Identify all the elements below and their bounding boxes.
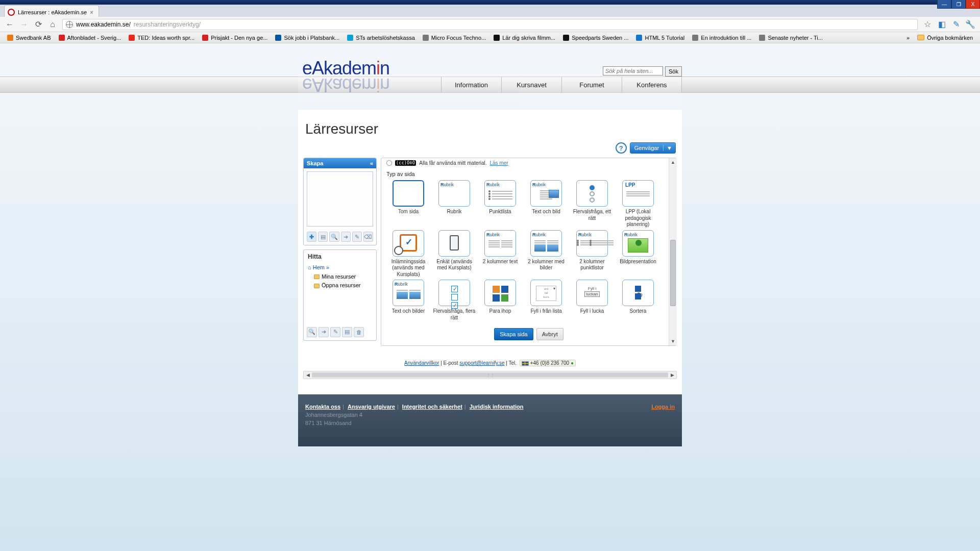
bookmark-favicon [759, 35, 765, 41]
page-type-tile[interactable]: Fyll iluckanFyll i lucka [570, 280, 614, 321]
tile-label: Text och bilder [386, 308, 430, 315]
page-type-tile[interactable]: Enkät (används med Kursplats) [432, 230, 476, 278]
page-type-tile[interactable]: RubrikText och bild [524, 180, 568, 228]
page-type-tile[interactable]: Flervalsfråga, ett rätt [570, 180, 614, 228]
extension-icon-2[interactable]: ✎ [951, 20, 961, 29]
workspace-scrollbar[interactable]: ▲ ▼ [669, 158, 677, 345]
browser-toolbar: ← → ⟳ ⌂ www.eakademin.se/resurshantering… [0, 17, 980, 32]
bookmark-item[interactable]: Swedbank AB [4, 34, 54, 42]
bookmark-favicon [692, 35, 698, 41]
address-bar[interactable]: www.eakademin.se/resurshanteringsverktyg… [62, 19, 918, 30]
page-type-tile[interactable]: Rubrik2 kolumner med bilder [524, 230, 568, 278]
h-scrollbar-thumb[interactable]: ⋮⋮ [312, 372, 668, 378]
help-icon[interactable]: ? [616, 142, 627, 154]
tile-thumbnail [484, 280, 516, 306]
tree-open-resources[interactable]: Öppna resurser [308, 281, 372, 290]
cc-badge-icon: (cc)O®O [395, 160, 416, 166]
nav-home-button[interactable]: ⌂ [48, 20, 57, 29]
nav-back-button[interactable]: ← [5, 20, 14, 29]
find-tool-4[interactable]: ▤ [342, 327, 352, 337]
find-tool-5[interactable]: 🗑 [354, 327, 364, 337]
footer-publisher[interactable]: Ansvarig utgivare [348, 404, 395, 410]
browser-tab[interactable]: Lärresurser : eAkademin.se × [4, 5, 99, 17]
cc-read-more-link[interactable]: Läs mer [490, 160, 508, 166]
login-link[interactable]: Logga in [651, 404, 675, 410]
support-email-link[interactable]: support@learnify.se [459, 360, 504, 366]
terms-link[interactable]: Användarvillkor [404, 360, 439, 366]
nav-konferens[interactable]: Konferens [622, 77, 682, 93]
collapse-icon[interactable]: « [370, 160, 373, 166]
nav-kursnavet[interactable]: Kursnavet [501, 77, 561, 93]
nav-forumet[interactable]: Forumet [561, 77, 622, 93]
tile-thumbnail: Fyll iluckan [576, 280, 608, 306]
footer-address-2: 871 31 Härnösand [305, 420, 524, 426]
tile-thumbnail [393, 180, 424, 207]
footer-contact[interactable]: Kontakta oss [305, 404, 340, 410]
footer-security[interactable]: Integritet och säkerhet [402, 404, 462, 410]
find-tool-1[interactable]: 🔍 [307, 327, 317, 337]
tile-label: Punktlista [478, 209, 522, 215]
page-type-tile[interactable]: RubrikPunktlista [478, 180, 522, 228]
page-type-tile[interactable]: Rubrik2 kolumner punktlistor [570, 230, 614, 278]
page-type-tile[interactable]: RubrikRubrik [432, 180, 476, 228]
window-close-button[interactable]: X [966, 0, 980, 9]
nav-information[interactable]: Information [441, 77, 501, 93]
tool-button-5[interactable]: ✎ [352, 232, 362, 242]
page-type-tile[interactable]: Para ihop [478, 280, 522, 321]
content-h-scrollbar[interactable]: ◀ ⋮⋮ ▶ [303, 371, 677, 379]
bookmark-item[interactable]: Prisjakt - Den nya ge... [199, 34, 271, 42]
tool-button-2[interactable]: ▤ [318, 232, 328, 242]
find-tool-2[interactable]: ➔ [318, 327, 329, 337]
page-type-tile[interactable]: RubrikText och bilder [386, 280, 430, 321]
page-type-tile[interactable]: Tom sida [386, 180, 430, 228]
bookmarks-overflow[interactable]: » [903, 34, 913, 42]
nav-forward-button[interactable]: → [19, 20, 29, 29]
bookmark-item[interactable]: HTML 5 Tutorial [633, 34, 688, 42]
content-footer: Användarvillkor | E-post support@learnif… [298, 351, 682, 369]
tree-home[interactable]: ⌂ Hem » [308, 263, 372, 272]
folder-icon [314, 284, 320, 288]
window-maximize-button[interactable]: ❐ [951, 0, 966, 9]
window-minimize-button[interactable]: — [937, 0, 951, 9]
find-tool-3[interactable]: ✎ [330, 327, 340, 337]
bookmark-item[interactable]: Senaste nyheter - Ti... [756, 34, 826, 42]
site-search-input[interactable] [603, 66, 663, 76]
main-nav: Information Kursnavet Forumet Konferens [441, 77, 682, 93]
scrollbar-thumb[interactable] [670, 240, 676, 306]
page-type-tile[interactable]: Inlämningssida (används med Kursplats) [386, 230, 430, 278]
page-type-tile[interactable]: RubrikBildpresentation [616, 230, 660, 278]
bookmark-item[interactable]: Lär dig skriva filmm... [491, 34, 558, 42]
tab-close-icon[interactable]: × [90, 9, 93, 15]
folder-icon [314, 274, 320, 279]
tool-button-3[interactable]: 🔍 [329, 232, 339, 242]
bookmark-item[interactable]: En introduktion till ... [689, 34, 754, 42]
page-type-tile[interactable]: ordtalkursFyll i från lista [524, 280, 568, 321]
bookmark-item[interactable]: Micro Focus Techno... [420, 34, 489, 42]
bookmark-item[interactable]: STs arbetslöshetskassa [344, 34, 418, 42]
page-type-tile[interactable]: Sortera [616, 280, 660, 321]
page-type-tile[interactable]: LPP (Lokal pedagogisk planering) [616, 180, 660, 228]
nav-reload-button[interactable]: ⟳ [34, 20, 43, 29]
bookmark-item[interactable]: Sök jobb i Platsbank... [272, 34, 342, 42]
shortcuts-button[interactable]: Genvägar ▼ [630, 142, 676, 154]
create-page-button[interactable]: Skapa sida [494, 328, 533, 340]
cancel-button[interactable]: Avbryt [536, 328, 564, 340]
tool-button-4[interactable]: ➔ [341, 232, 351, 242]
bookmark-star-icon[interactable]: ☆ [923, 20, 932, 29]
extension-icon-1[interactable]: ◧ [937, 20, 946, 29]
footer-legal[interactable]: Juridisk information [470, 404, 524, 410]
bookmark-item[interactable]: Aftonbladet - Sverig... [56, 34, 125, 42]
tree-my-resources[interactable]: Mina resurser [308, 272, 372, 282]
other-bookmarks-button[interactable]: Övriga bokmärken [914, 34, 976, 42]
wrench-icon[interactable]: 🔧 [966, 20, 975, 29]
bookmark-favicon [563, 35, 569, 41]
page-type-tile[interactable]: Flervalsfråga, flera rätt [432, 280, 476, 321]
tool-button-6[interactable]: ⌫ [363, 232, 373, 242]
page-type-tile[interactable]: Rubrik2 kolumner text [478, 230, 522, 278]
add-page-button[interactable]: ✚ [307, 232, 316, 242]
bookmark-favicon [202, 35, 208, 41]
bookmark-item[interactable]: TED: Ideas worth spr... [126, 34, 198, 42]
bookmark-item[interactable]: Speedparts Sweden ... [560, 34, 631, 42]
cc-radio[interactable] [386, 160, 392, 166]
site-search-button[interactable]: Sök [665, 66, 682, 77]
